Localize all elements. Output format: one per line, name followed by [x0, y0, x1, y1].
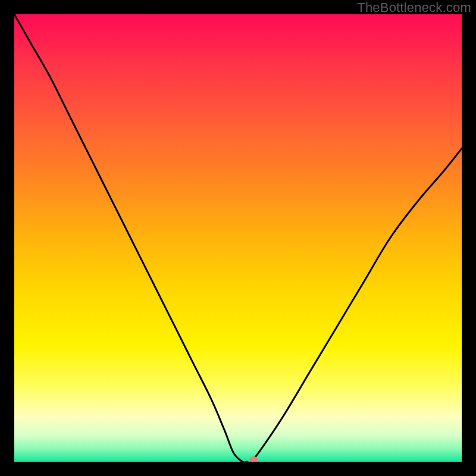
gradient-background [14, 14, 462, 462]
plot-area [14, 14, 462, 462]
bottleneck-chart [14, 14, 462, 462]
chart-frame: TheBottleneck.com [0, 0, 476, 476]
watermark-text: TheBottleneck.com [357, 0, 471, 15]
